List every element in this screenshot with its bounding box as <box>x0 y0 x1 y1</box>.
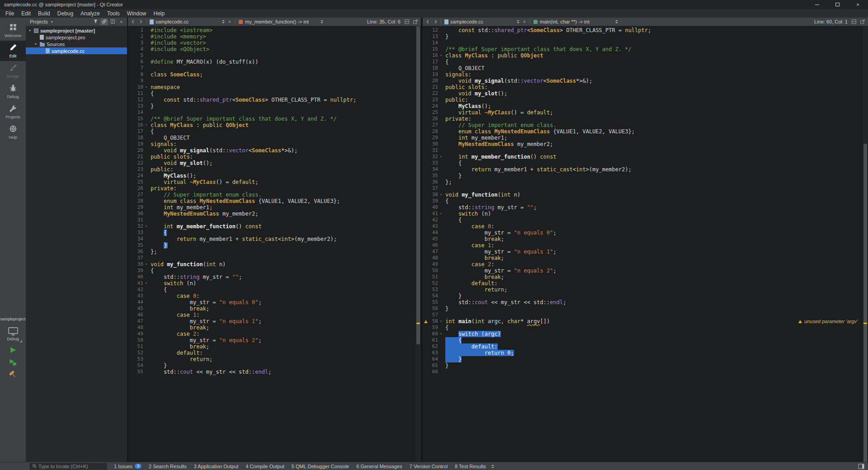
code-line[interactable]: 23public: <box>423 97 862 103</box>
code-line[interactable]: 49 case 2: <box>128 331 415 337</box>
code-line[interactable]: 27 // Super important enum class. <box>128 192 415 198</box>
code-line[interactable]: 32▾ int my_member_function() const <box>128 223 415 230</box>
forward-button[interactable] <box>432 18 439 25</box>
code-line[interactable]: 38▾void my_function(int n) <box>423 192 862 198</box>
sync-with-editor-button[interactable] <box>100 19 108 25</box>
mode-help[interactable]: Help <box>0 122 26 142</box>
code-line[interactable]: 12 const std::shared_ptr<SomeClass> OTHE… <box>128 97 415 103</box>
code-line[interactable]: 25 virtual ~MyClass() = default; <box>128 179 415 185</box>
code-line[interactable]: 66 <box>423 369 862 375</box>
code-line[interactable]: 34 return my_member1 + static_cast<int>(… <box>423 166 862 173</box>
vertical-scrollbar[interactable] <box>862 26 868 462</box>
code-line[interactable]: 28 enum class MyNestedEnumClass {VALUE1,… <box>128 198 415 204</box>
code-line[interactable]: 31 <box>423 147 862 154</box>
code-line[interactable]: 25 virtual ~MyClass() = default; <box>423 109 862 116</box>
output-pane-button[interactable]: 8 Test Results <box>451 462 490 470</box>
menu-file[interactable]: File <box>2 9 18 18</box>
code-line[interactable]: 37 <box>423 185 862 192</box>
output-pane-button[interactable]: 5 QML Debugger Console <box>288 462 353 470</box>
code-line[interactable]: 45 break; <box>128 306 415 312</box>
close-panel-button[interactable]: × <box>118 19 125 25</box>
code-line[interactable]: 15/** @brief Super important class that … <box>128 116 415 122</box>
code-line[interactable]: 13} <box>423 33 862 40</box>
code-line[interactable]: 10▾namespace <box>128 84 415 90</box>
code-line[interactable]: 7 <box>128 65 415 71</box>
split-editor-button[interactable] <box>403 18 411 25</box>
code-line[interactable]: 46 case 1: <box>128 312 415 318</box>
close-document-button[interactable]: × <box>521 19 528 25</box>
run-button[interactable] <box>0 345 26 357</box>
tree-item[interactable]: samplecode.cc <box>26 47 127 54</box>
code-line[interactable]: 50 my_str = "n equals 2"; <box>128 337 415 343</box>
fold-marker-icon[interactable]: ▾ <box>438 318 444 324</box>
fold-marker-icon[interactable]: ▾ <box>143 223 149 230</box>
output-pane-button[interactable]: 4 Compile Output <box>242 462 288 470</box>
build-button[interactable] <box>0 369 26 381</box>
code-line[interactable]: 9 <box>128 78 415 84</box>
locator[interactable] <box>30 463 107 470</box>
output-pane-button[interactable]: 2 Search Results <box>145 462 190 470</box>
code-line[interactable]: 35 } <box>128 242 415 249</box>
code-line[interactable]: 4#include <QObject> <box>128 46 415 52</box>
code-line[interactable]: 48 break; <box>423 255 862 261</box>
code-line[interactable]: 30 MyNestedEnumClass my_member2; <box>128 211 415 217</box>
code-line[interactable]: 18 Q_OBJECT <box>423 65 862 71</box>
code-line[interactable]: 41▾ switch (n) <box>423 211 862 217</box>
tree-item[interactable]: ▾sampleproject [master] <box>26 27 127 34</box>
code-line[interactable]: 31 <box>128 217 415 223</box>
code-line[interactable]: 27 // Super important enum class. <box>423 122 862 128</box>
code-line[interactable]: 21public slots: <box>128 154 415 160</box>
code-line[interactable]: 35 } <box>423 173 862 179</box>
mode-welcome[interactable]: Welcome <box>0 20 26 41</box>
code-line[interactable]: 17{ <box>128 128 415 135</box>
code-line[interactable]: 48 break; <box>128 324 415 331</box>
code-line[interactable]: 42 { <box>423 217 862 223</box>
code-line[interactable]: 58▾int main(int argc, char* argv[])unuse… <box>423 318 862 324</box>
code-line[interactable]: 24 MyClass(); <box>423 103 862 109</box>
menu-analyze[interactable]: Analyze <box>77 9 104 18</box>
code-line[interactable]: 46 case 1: <box>423 242 862 249</box>
code-line[interactable]: 19signals: <box>423 71 862 78</box>
menu-tools[interactable]: Tools <box>104 9 123 18</box>
close-button[interactable]: × <box>848 0 868 9</box>
fold-marker-icon[interactable]: ▾ <box>438 154 444 160</box>
mode-design[interactable]: Design <box>0 61 26 81</box>
code-line[interactable]: 42 { <box>128 287 415 293</box>
locator-input[interactable] <box>38 464 104 469</box>
code-line[interactable]: 37 <box>128 255 415 261</box>
open-in-window-button[interactable] <box>411 18 420 25</box>
fold-marker-icon[interactable]: ▾ <box>143 261 149 268</box>
code-line[interactable]: 22 void my_slot(); <box>128 160 415 166</box>
code-line[interactable]: 44 my_str = "n equals 0"; <box>423 230 862 236</box>
code-line[interactable]: 53 return; <box>128 356 415 362</box>
close-document-button[interactable]: × <box>226 19 233 25</box>
code-line[interactable]: 61 { <box>423 337 862 343</box>
code-line[interactable]: 43 case 0: <box>128 293 415 299</box>
code-line[interactable]: 26private: <box>423 116 862 122</box>
code-line[interactable]: 52 default: <box>423 280 862 287</box>
code-line[interactable]: 36}; <box>128 249 415 255</box>
code-line[interactable]: 53 return; <box>423 287 862 293</box>
code-line[interactable]: 33 { <box>128 230 415 236</box>
minimize-button[interactable] <box>807 0 827 9</box>
scrollbar-thumb[interactable] <box>863 144 867 462</box>
code-line[interactable]: 43 case 0: <box>423 223 862 230</box>
code-line[interactable]: 47 my_str = "n equals 1"; <box>423 249 862 255</box>
code-line[interactable]: 40 std::string my_str = ""; <box>423 204 862 211</box>
code-line[interactable]: 29 int my_member1; <box>128 204 415 211</box>
fold-marker-icon[interactable]: ▾ <box>143 280 149 287</box>
code-line[interactable]: 54 } <box>423 293 862 299</box>
code-line[interactable]: 1#include <iostream> <box>128 27 415 33</box>
mode-debug[interactable]: Debug <box>0 81 26 102</box>
code-line[interactable]: 55 std::cout << my_str << std::endl; <box>423 299 862 306</box>
code-line[interactable]: 56} <box>423 306 862 312</box>
code-line[interactable]: 49 case 2: <box>423 261 862 268</box>
code-line[interactable]: 26private: <box>128 185 415 192</box>
code-line[interactable]: 45 break; <box>423 236 862 242</box>
code-line[interactable]: 15/** @brief Super important class that … <box>423 46 862 52</box>
back-button[interactable] <box>424 18 431 25</box>
code-line[interactable]: 39{ <box>128 268 415 274</box>
code-line[interactable]: 54 } <box>128 362 415 369</box>
code-line[interactable]: 8class SomeClass; <box>128 71 415 78</box>
vertical-scrollbar[interactable] <box>415 26 421 462</box>
